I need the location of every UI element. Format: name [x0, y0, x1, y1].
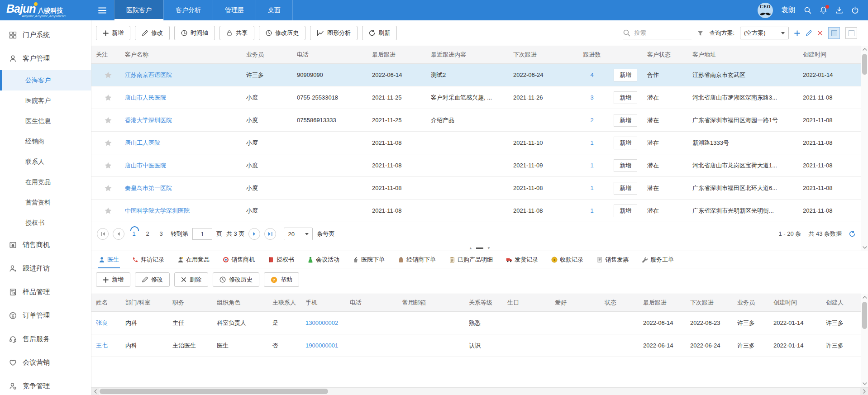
nav-tab-管理层[interactable]: 管理层 [213, 0, 256, 20]
star-icon[interactable] [104, 184, 112, 192]
goto-page-input[interactable] [192, 228, 212, 240]
toolbar-button-时间轴[interactable]: 时间轴 [174, 26, 215, 40]
customer-row[interactable]: 唐山市人民医院小度0755-255330182021-11-25客户对采血笔感兴… [91, 86, 868, 109]
scroll-left-button[interactable] [91, 388, 99, 395]
scroll-up-button[interactable] [861, 294, 868, 301]
doctor-toolbar-button-修改[interactable]: 修改 [135, 272, 170, 287]
sidebar-item-客户管理[interactable]: 客户管理 [0, 47, 91, 70]
refresh-icon[interactable] [849, 231, 855, 237]
customer-name-link[interactable]: 秦皇岛市第一医院 [125, 185, 172, 191]
nav-tab-桌面[interactable]: 桌面 [256, 0, 293, 20]
toolbar-button-刷新[interactable]: 刷新 [362, 26, 397, 40]
follow-count-link[interactable]: 1 [590, 207, 593, 214]
customer-row[interactable]: 香港大学深圳医院小度0755869133332021-11-25介绍产品2新增潜… [91, 109, 868, 132]
sidebar-subitem-经销商[interactable]: 经销商 [0, 131, 91, 152]
detail-tab-收款记录[interactable]: ¥收款记录 [550, 256, 584, 268]
page-size-select[interactable]: 20 [284, 228, 313, 240]
sidebar-item-售后服务[interactable]: 售后服务 [0, 327, 91, 351]
edit-query-plan-button[interactable] [806, 30, 812, 36]
detail-tab-医生[interactable]: 医生 [98, 256, 120, 268]
splitter-handle-icon[interactable] [476, 247, 483, 249]
doctor-row[interactable]: 王七内科主治医生医生否1900000001认识2022-06-142022-06… [91, 334, 868, 357]
page-number-1[interactable]: 1 [129, 229, 139, 239]
sidebar-subitem-公海客户[interactable]: 公海客户 [0, 70, 91, 90]
customer-name-link[interactable]: 香港大学深圳医院 [125, 117, 172, 124]
detail-tab-销售发票[interactable]: 销售发票 [596, 256, 630, 268]
view-toggle-card[interactable] [845, 27, 857, 39]
sidebar-item-销售商机[interactable]: 销售商机 [0, 233, 91, 257]
row-add-button[interactable]: 新增 [614, 137, 637, 149]
sidebar-subitem-医生信息[interactable]: 医生信息 [0, 111, 91, 131]
nav-tab-医院客户[interactable]: 医院客户 [114, 0, 163, 20]
row-add-button[interactable]: 新增 [614, 182, 637, 195]
vertical-scroll-thumb[interactable] [862, 54, 867, 75]
follow-count-link[interactable]: 3 [590, 94, 593, 101]
detail-tab-拜访记录[interactable]: 拜访记录 [131, 256, 165, 268]
scroll-up-button[interactable] [861, 46, 868, 53]
doctor-toolbar-button-删除[interactable]: 删除 [174, 272, 208, 287]
collapse-up-icon[interactable]: ▲ [469, 246, 472, 250]
detail-tab-发货记录[interactable]: 发货记录 [505, 256, 539, 268]
customer-row[interactable]: 江苏南京西语医院许三多909090902022-06-14测试22022-06-… [91, 64, 868, 86]
panel-splitter[interactable]: ▲ ▼ [91, 246, 868, 251]
follow-count-link[interactable]: 1 [590, 185, 593, 191]
user-name[interactable]: 袁朗 [781, 5, 796, 15]
row-add-button[interactable]: 新增 [614, 159, 637, 172]
detail-tab-服务工单[interactable]: 服务工单 [641, 256, 675, 268]
follow-count-link[interactable]: 2 [590, 117, 593, 124]
page-number-3[interactable]: 3 [156, 229, 167, 239]
star-icon[interactable] [104, 94, 112, 102]
view-toggle-list[interactable] [828, 27, 840, 39]
avatar[interactable]: CEO [758, 3, 773, 18]
sidebar-subitem-联系人[interactable]: 联系人 [0, 152, 91, 172]
page-number-2[interactable]: 2 [142, 229, 153, 239]
sidebar-item-订单管理[interactable]: 订单管理 [0, 304, 91, 327]
toolbar-button-图形分析[interactable]: 图形分析 [310, 26, 358, 40]
filter-funnel-icon[interactable] [697, 30, 704, 37]
nav-tab-客户分析[interactable]: 客户分析 [163, 0, 213, 20]
toolbar-button-新增[interactable]: 新增 [96, 26, 130, 40]
customer-row[interactable]: 中国科学院大学深圳医院小度2021-11-082021-11-081新增潜在广东… [91, 200, 868, 222]
customer-name-link[interactable]: 中国科学院大学深圳医院 [125, 207, 190, 214]
doctor-toolbar-button-新增[interactable]: 新增 [96, 272, 130, 287]
query-plan-select[interactable]: (空方案) [740, 27, 789, 39]
sidebar-subitem-医院客户[interactable]: 医院客户 [0, 90, 91, 111]
customer-name-link[interactable]: 唐山市中医医院 [125, 162, 166, 169]
mobile-link[interactable]: 1300000002 [305, 319, 338, 326]
vertical-scroll-thumb[interactable] [862, 302, 867, 329]
sidebar-subitem-首营资料[interactable]: 首营资料 [0, 192, 91, 213]
next-page-button[interactable] [248, 228, 260, 240]
add-query-plan-button[interactable] [794, 30, 800, 36]
detail-tab-经销商下单[interactable]: 经销商下单 [397, 256, 437, 268]
doctor-table-scrollbar[interactable] [861, 294, 868, 387]
follow-count-link[interactable]: 1 [590, 139, 593, 146]
scroll-down-button[interactable] [861, 244, 868, 251]
detail-tab-医院下单[interactable]: 医院下单 [352, 256, 386, 268]
star-icon[interactable] [104, 207, 112, 215]
row-add-button[interactable]: 新增 [614, 205, 637, 217]
sidebar-item-门户系统[interactable]: 门户系统 [0, 23, 91, 47]
customer-row[interactable]: 秦皇岛市第一医院小度2021-11-082021-11-081新增潜在广东省深圳… [91, 177, 868, 200]
toolbar-button-共享[interactable]: 共享 [219, 26, 254, 40]
toolbar-button-修改历史[interactable]: 修改历史 [259, 26, 305, 40]
sidebar-item-样品管理[interactable]: 样品管理 [0, 280, 91, 304]
search-icon[interactable] [804, 6, 811, 14]
menu-toggle-button[interactable] [91, 0, 114, 20]
sidebar-item-跟进拜访[interactable]: 跟进拜访 [0, 257, 91, 280]
star-icon[interactable] [104, 71, 112, 79]
first-page-button[interactable] [97, 228, 109, 240]
scroll-right-button[interactable] [860, 388, 868, 395]
mobile-link[interactable]: 1900000001 [305, 342, 338, 349]
power-icon[interactable] [851, 6, 859, 14]
customer-name-link[interactable]: 唐山市人民医院 [125, 94, 166, 101]
notification-bell-icon[interactable] [820, 6, 827, 14]
follow-count-link[interactable]: 4 [590, 71, 593, 78]
scroll-down-button[interactable] [861, 380, 868, 387]
customer-row[interactable]: 唐山市中医医院小度2021-11-082021-11-091新增潜在河北省唐山市… [91, 154, 868, 177]
horizontal-scroll-thumb[interactable] [100, 389, 328, 394]
doctor-name-link[interactable]: 张良 [96, 319, 108, 326]
sidebar-item-竞争管理[interactable]: 竞争管理 [0, 374, 91, 395]
detail-tab-已购产品明细[interactable]: 已购产品明细 [448, 256, 494, 268]
collapse-down-icon[interactable]: ▼ [487, 246, 491, 250]
row-add-button[interactable]: 新增 [614, 114, 637, 127]
